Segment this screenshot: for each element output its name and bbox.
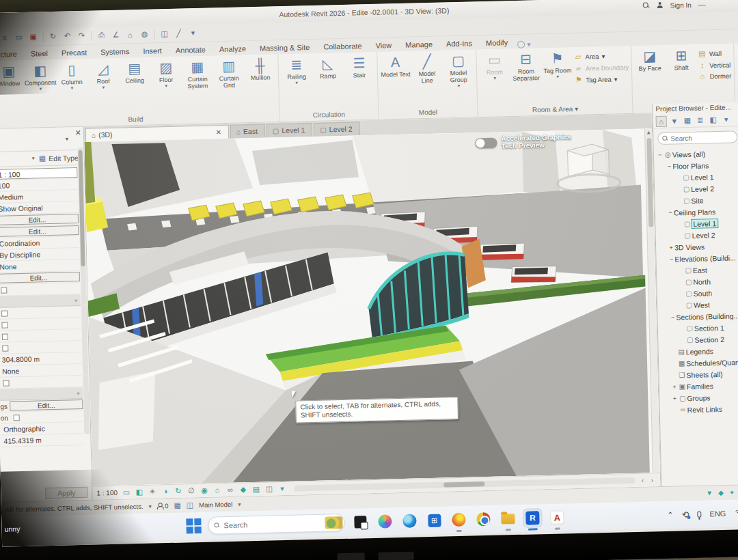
property-value[interactable]: Medium	[0, 193, 24, 201]
home-view-icon[interactable]: ⌂	[213, 486, 222, 494]
reveal-icon[interactable]: ∞	[226, 486, 235, 494]
menu-icon[interactable]: ≡	[0, 31, 11, 44]
dropdown-icon[interactable]: ▾	[187, 27, 199, 39]
expand-icon[interactable]: −	[669, 313, 676, 320]
taskbar-icon-store[interactable]: ⊞	[425, 512, 443, 530]
property-value[interactable]: None	[0, 262, 17, 271]
microphone-icon[interactable]	[697, 511, 701, 517]
toggle-pill[interactable]	[475, 137, 497, 148]
expand-icon[interactable]: −	[666, 163, 672, 169]
home-icon[interactable]: ⌂	[656, 115, 667, 126]
checkbox[interactable]	[1, 322, 8, 328]
project-browser-search[interactable]	[657, 130, 737, 145]
wifi-icon[interactable]	[734, 509, 738, 516]
property-value[interactable]: 1 : 100	[0, 167, 77, 180]
close-icon[interactable]: ✕	[215, 128, 221, 136]
chevron-down-icon[interactable]: ▾	[148, 503, 152, 509]
checkbox[interactable]	[3, 380, 9, 386]
expand-icon[interactable]: −	[668, 255, 674, 262]
rotate-icon[interactable]: ↻	[174, 487, 183, 496]
sign-in-button[interactable]: Sign In	[670, 1, 691, 9]
user-icon[interactable]	[657, 2, 664, 9]
view-tab-level-1[interactable]: ▢Level 1	[266, 123, 313, 138]
taskbar-icon-revit[interactable]: R	[523, 509, 542, 527]
taskbar-search-input[interactable]	[223, 519, 320, 529]
property-value[interactable]: None	[0, 367, 19, 376]
print-icon[interactable]: ⎙	[95, 29, 107, 41]
ribbon-button-wall[interactable]: ▤Wall	[698, 48, 731, 58]
shadows-icon[interactable]: ◑	[161, 487, 170, 496]
open-icon[interactable]: ▭	[12, 31, 25, 43]
ribbon-button-stair[interactable]: ☰Stair	[344, 53, 374, 79]
type-selector[interactable]: ▾	[0, 127, 84, 152]
ribbon-tab-systems[interactable]: Systems	[94, 46, 137, 58]
ribbon-button-model-line[interactable]: ╱Model Line	[411, 51, 442, 84]
collaboration-indicator[interactable]: 0	[157, 502, 169, 509]
main-model-selector[interactable]: Main Model	[199, 501, 232, 509]
list-icon[interactable]: ≣	[695, 115, 706, 126]
taskbar-icon-firefox[interactable]	[450, 511, 468, 529]
ribbon-button-shaft[interactable]: ⊞Shaft	[666, 46, 697, 72]
ribbon-button-by-face[interactable]: ◪By Face	[635, 46, 666, 72]
view-tab-east[interactable]: ⌂East	[230, 124, 266, 139]
view-tab-level-2[interactable]: ▢Level 2	[314, 122, 360, 137]
expand-icon[interactable]: −	[657, 151, 664, 158]
expand-icon[interactable]: +	[668, 244, 674, 251]
ribbon-tab-manage[interactable]: Manage	[398, 39, 439, 51]
hide-icon[interactable]: ∅	[187, 486, 196, 495]
expand-icon[interactable]: +	[671, 383, 678, 390]
property-value[interactable]: Coordination	[0, 238, 40, 247]
edit-type-button[interactable]: ▾ ▦ Edit Type	[0, 150, 84, 167]
ribbon-button-area[interactable]: ▱Area ▾	[573, 51, 629, 61]
sync-icon[interactable]: ⟲	[681, 509, 689, 520]
property-value[interactable]: 304.8000 m	[0, 354, 40, 363]
ribbon-tab-collaborate[interactable]: Collaborate	[316, 40, 369, 53]
ribbon-button-component[interactable]: ◧Component▾	[25, 61, 55, 92]
ribbon-tab-analyze[interactable]: Analyze	[213, 43, 254, 55]
taskbar-icon-task-view[interactable]	[351, 513, 370, 531]
save-icon[interactable]: ▣	[27, 31, 39, 43]
expand-icon[interactable]: −	[667, 209, 674, 216]
checkbox[interactable]	[1, 287, 7, 293]
tray-chevron-icon[interactable]: ⌃	[667, 510, 674, 519]
ribbon-button-model-group[interactable]: ▢Model Group▾	[443, 51, 474, 88]
measure-icon[interactable]: ∠	[109, 29, 122, 41]
ribbon-button-ramp[interactable]: ◺Ramp	[312, 54, 343, 80]
press-drag-icon[interactable]: ✦	[729, 489, 735, 496]
thin-lines-icon[interactable]: ╱	[172, 27, 184, 40]
property-row[interactable]: 415.4319 m	[1, 434, 83, 447]
ribbon-button-window[interactable]: ▣Window	[0, 61, 24, 87]
close-icon[interactable]: ✕	[75, 128, 82, 137]
checkbox[interactable]	[2, 333, 8, 339]
ribbon-tab-massing-site[interactable]: Massing & Site	[253, 42, 317, 55]
ribbon-button-tag-area[interactable]: ⚑Tag Area ▾	[574, 74, 629, 85]
worksharing-icon[interactable]: ▤	[251, 485, 261, 494]
ribbon-button-roof[interactable]: ◿Roof▾	[87, 59, 118, 90]
property-value[interactable]: By Discipline	[0, 250, 40, 260]
apply-button[interactable]: Apply	[45, 487, 87, 499]
edit-button[interactable]: Edit...	[0, 225, 79, 237]
taskbar-search[interactable]	[208, 514, 345, 535]
pin-icon[interactable]: ◆	[238, 485, 248, 494]
home-icon[interactable]: ⌂	[124, 28, 136, 40]
expand-icon[interactable]: +	[671, 395, 678, 402]
taskbar-icon-explorer[interactable]	[499, 509, 517, 528]
ribbon-button-vertical[interactable]: ↕Vertical	[698, 60, 731, 69]
section-box-icon[interactable]: ◫	[158, 27, 170, 40]
chevron-down-icon[interactable]: ▾	[238, 501, 241, 507]
ribbon-button-mullion[interactable]: ╫Mullion	[245, 55, 275, 81]
editable-only-icon[interactable]: ◆	[718, 489, 724, 496]
weather-widget[interactable]: unny	[4, 524, 20, 533]
property-value[interactable]: Orthographic	[1, 424, 45, 434]
ribbon-tab-insert[interactable]: Insert	[136, 45, 169, 57]
ribbon-button-dormer[interactable]: ⌂Dormer	[698, 71, 731, 80]
link-display-icon[interactable]: ◫	[264, 484, 274, 493]
dropdown-icon[interactable]: ▾	[721, 114, 732, 125]
ribbon-button-curtain-grid[interactable]: ▥Curtain Grid	[213, 56, 244, 89]
taskbar-icon-copilot[interactable]	[376, 512, 394, 531]
view-scale[interactable]: 1 : 100	[96, 489, 118, 497]
ribbon-tab-view[interactable]: View	[368, 40, 398, 52]
accelerated-graphics-toggle[interactable]: Accelerated Graphics Tech Preview	[475, 133, 571, 150]
visual-style-icon[interactable]: ◧	[135, 488, 144, 496]
tiles-icon[interactable]: ▦	[682, 115, 693, 126]
